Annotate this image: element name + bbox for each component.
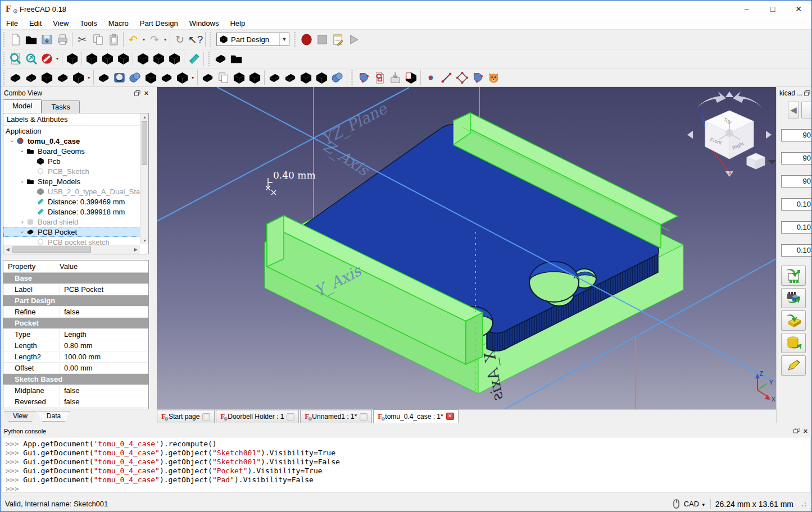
- tree-item-distance-1[interactable]: Distance: 0.399469 mm: [3, 196, 148, 207]
- rotate-left-step-arrow[interactable]: [687, 131, 693, 139]
- 3d-scene[interactable]: YZ_Plane Z_Axis Y_Axis X_Axis 0.40 mm Z: [157, 87, 776, 409]
- rotation-z-input[interactable]: 90: [781, 175, 812, 188]
- close-tab-icon[interactable]: ✕: [287, 413, 294, 420]
- property-row-length[interactable]: Length0.80 mm: [3, 340, 148, 351]
- save-document-icon[interactable]: [39, 31, 55, 47]
- menu-file[interactable]: File: [1, 18, 24, 29]
- fit-selection-icon[interactable]: [23, 51, 39, 67]
- python-console-output[interactable]: >>> App.getDocument('tomu_0_4_case').rec…: [2, 437, 810, 492]
- new-document-icon[interactable]: [7, 31, 23, 47]
- tree-item-distance-2[interactable]: Distance: 0.399918 mm: [3, 207, 148, 217]
- subtractive-loft-icon[interactable]: [158, 70, 174, 85]
- draft-icon[interactable]: [298, 70, 314, 85]
- float-panel-icon[interactable]: [804, 90, 810, 96]
- export-database-button[interactable]: [781, 333, 806, 353]
- open-part-icon[interactable]: [228, 51, 244, 67]
- scrollbar-thumb[interactable]: [12, 246, 91, 253]
- console-input-line[interactable]: >>>: [6, 484, 806, 493]
- scroll-right-icon[interactable]: ▶: [131, 245, 140, 254]
- toolbar-grip[interactable]: [2, 52, 6, 66]
- offset-z-input[interactable]: 0.10: [781, 244, 812, 257]
- property-group-base[interactable]: Base: [3, 273, 148, 284]
- dog-icon[interactable]: [486, 70, 501, 85]
- undo-dropdown-icon[interactable]: ▾: [141, 37, 147, 42]
- toolbar-grip[interactable]: [2, 70, 6, 85]
- scroll-down-icon[interactable]: ▼: [140, 237, 149, 244]
- menu-macro[interactable]: Macro: [103, 18, 134, 29]
- property-row-midplane[interactable]: Midplanefalse: [3, 385, 148, 396]
- tab-tasks[interactable]: Tasks: [42, 100, 79, 113]
- pad-icon[interactable]: [7, 70, 23, 85]
- property-row-reversed[interactable]: Reversedfalse: [3, 396, 148, 408]
- execute-macro-icon[interactable]: [346, 31, 361, 47]
- toolbar-grip[interactable]: [2, 32, 6, 47]
- sketch-bspline-icon[interactable]: [470, 70, 486, 85]
- boolean-icon[interactable]: [329, 70, 345, 85]
- print-icon[interactable]: [55, 31, 70, 47]
- chevron-down-icon[interactable]: ›: [9, 137, 15, 145]
- load-board-button[interactable]: [781, 310, 806, 331]
- tab-data[interactable]: Data: [38, 411, 70, 422]
- chevron-down-icon[interactable]: ›: [19, 147, 25, 156]
- tree-item-application[interactable]: Application: [3, 126, 148, 136]
- tree-item-board-shield[interactable]: ›Board shield: [3, 217, 148, 227]
- part-simple-icon[interactable]: [212, 51, 228, 67]
- view-axonometric-icon[interactable]: [64, 51, 80, 67]
- thickness-icon[interactable]: [314, 70, 329, 85]
- open-document-icon[interactable]: [23, 31, 39, 47]
- chamfer-icon[interactable]: [282, 70, 298, 85]
- property-group-part-design[interactable]: Part Design: [3, 295, 148, 307]
- tree-item-pcb[interactable]: Pcb: [3, 156, 148, 166]
- create-sketch-icon[interactable]: [371, 70, 387, 85]
- tab-tomu-case[interactable]: F⚙ tomu_0.4_case : 1* ✕: [373, 409, 458, 423]
- property-row-offset[interactable]: Offset0.00 mm: [3, 363, 148, 374]
- close-tab-icon[interactable]: ✕: [360, 413, 368, 420]
- menu-windows[interactable]: Windows: [184, 18, 225, 29]
- workbench-selector[interactable]: Part Design ▼: [216, 33, 289, 46]
- view-left-icon[interactable]: [166, 51, 182, 67]
- whats-this-icon[interactable]: ↖?: [188, 31, 203, 47]
- offset-y-input[interactable]: 0.10: [781, 221, 812, 234]
- sketch-line-icon[interactable]: [438, 70, 454, 85]
- tree-item-usb-jack[interactable]: USB_2_0_type_A_Dual_Stacked_jac: [3, 186, 148, 196]
- scroll-left-icon[interactable]: ◀: [3, 245, 12, 254]
- view-rear-icon[interactable]: [135, 51, 151, 67]
- close-button[interactable]: ✕: [786, 1, 811, 17]
- view-top-icon[interactable]: [99, 51, 115, 67]
- close-panel-icon[interactable]: ✕: [803, 428, 808, 435]
- paste-icon[interactable]: [106, 31, 121, 47]
- nav-style-selector[interactable]: CAD ▼: [684, 500, 706, 508]
- pocket-icon[interactable]: [96, 70, 111, 85]
- subtractive-primitive-dropdown-icon[interactable]: ▾: [190, 75, 196, 80]
- tree-item-tomu-case[interactable]: ›tomu_0.4_case: [3, 136, 148, 146]
- export-model-button[interactable]: [781, 288, 806, 308]
- rotation-x-input[interactable]: 90: [781, 129, 812, 141]
- tilt-up-arrow[interactable]: [725, 92, 733, 97]
- draw-style-icon[interactable]: [39, 51, 55, 67]
- property-row-type[interactable]: TypeLength: [3, 329, 148, 340]
- menu-help[interactable]: Help: [224, 18, 251, 29]
- create-body-icon[interactable]: [356, 70, 371, 85]
- map-sketch-icon[interactable]: [387, 70, 403, 85]
- navcube-menu-cube-icon[interactable]: [747, 153, 765, 169]
- tree-item-board-geoms[interactable]: ›Board_Geoms: [3, 146, 148, 156]
- view-right-icon[interactable]: [115, 51, 131, 67]
- close-tab-icon[interactable]: ✕: [202, 413, 210, 420]
- menu-tools[interactable]: Tools: [74, 18, 102, 29]
- additive-primitive-dropdown-icon[interactable]: ▾: [86, 75, 92, 80]
- tab-unnamed1[interactable]: F⚙ Unnamed1 : 1* ✕: [300, 410, 372, 423]
- record-macro-icon[interactable]: [298, 31, 314, 47]
- polar-pattern-icon[interactable]: [231, 70, 247, 85]
- navigation-cube[interactable]: Z X Top Front Right: [687, 92, 776, 177]
- close-panel-icon[interactable]: ✕: [144, 90, 149, 97]
- additive-loft-icon[interactable]: [55, 70, 70, 85]
- tree-vertical-scrollbar[interactable]: ▲▼: [140, 113, 148, 244]
- linear-pattern-icon[interactable]: [215, 70, 231, 85]
- workbench-dropdown-icon[interactable]: ▼: [279, 33, 289, 45]
- tab-model[interactable]: Model: [3, 99, 42, 113]
- rotate-left-arrow[interactable]: [696, 92, 726, 108]
- property-group-pocket[interactable]: Pocket: [3, 318, 148, 329]
- minimize-button[interactable]: –: [734, 1, 760, 17]
- close-tab-icon[interactable]: ✕: [446, 413, 454, 420]
- tree-item-step-models[interactable]: ›Step_Models: [3, 176, 148, 186]
